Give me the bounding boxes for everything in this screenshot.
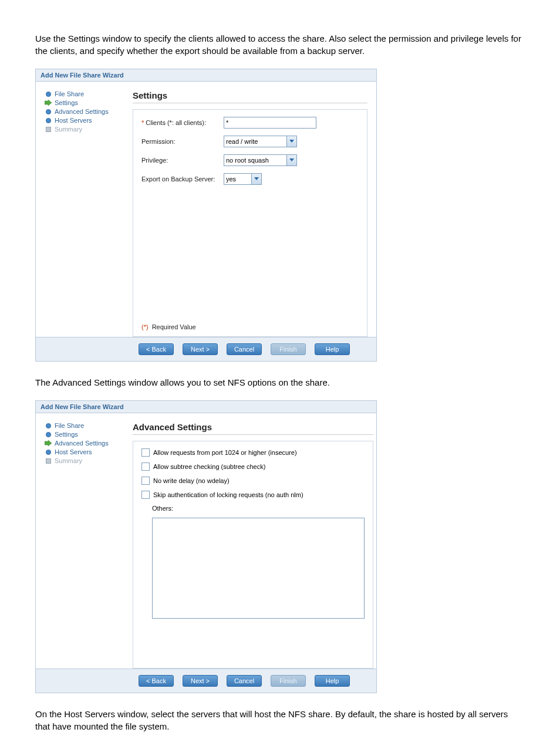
backup-label: Export on Backup Server: [141, 175, 224, 183]
cancel-button[interactable]: Cancel [227, 343, 262, 355]
check-no-auth-nlm[interactable]: Skip authentication of locking requests … [141, 491, 365, 499]
bullet-icon [45, 117, 52, 124]
button-bar: < Back Next > Cancel Finish Help [36, 337, 376, 361]
nav-settings[interactable]: Settings [45, 99, 127, 106]
nav-label: Summary [55, 126, 82, 133]
next-button[interactable]: Next > [183, 675, 218, 687]
chevron-down-icon[interactable] [251, 173, 262, 185]
nav-host-servers[interactable]: Host Servers [45, 117, 127, 124]
nav-label: Host Servers [55, 448, 92, 455]
nav-label: Summary [55, 457, 82, 464]
nav-advanced-settings[interactable]: Advanced Settings [45, 108, 127, 115]
permission-value[interactable] [224, 136, 286, 147]
bullet-icon [45, 431, 52, 438]
panel-content: Allow requests from port 1024 or higher … [133, 441, 373, 669]
check-label: Skip authentication of locking requests … [153, 491, 303, 498]
nav-settings[interactable]: Settings [45, 431, 127, 438]
clients-input[interactable] [224, 117, 316, 129]
wizard-title: Add New File Share Wizard [36, 69, 376, 82]
check-subtree[interactable]: Allow subtree checking (subtree check) [141, 463, 365, 471]
bullet-icon [45, 422, 52, 429]
nav-advanced-settings[interactable]: Advanced Settings [45, 440, 127, 447]
cancel-button[interactable]: Cancel [227, 675, 262, 687]
check-no-wdelay[interactable]: No write delay (no wdelay) [141, 477, 365, 485]
nav-file-share[interactable]: File Share [45, 90, 127, 97]
nav-label: Advanced Settings [55, 440, 109, 447]
bullet-icon [45, 108, 52, 115]
arrow-right-icon [45, 440, 52, 447]
panel-heading: Settings [133, 90, 367, 103]
intro-text-3: On the Host Servers window, select the s… [35, 708, 525, 733]
bullet-icon [45, 457, 52, 464]
nav-label: Settings [55, 431, 78, 438]
svg-marker-4 [45, 440, 52, 446]
chevron-down-icon[interactable] [286, 136, 297, 147]
check-label: Allow requests from port 1024 or higher … [153, 449, 297, 456]
arrow-right-icon [45, 99, 52, 106]
svg-marker-3 [254, 177, 259, 180]
others-textarea[interactable] [152, 518, 365, 619]
bullet-icon [45, 126, 52, 133]
help-button[interactable]: Help [315, 675, 350, 687]
nav-host-servers[interactable]: Host Servers [45, 448, 127, 455]
back-button[interactable]: < Back [139, 675, 174, 687]
panel-heading: Advanced Settings [133, 422, 373, 435]
wizard-title: Add New File Share Wizard [36, 401, 376, 413]
nav-label: Settings [55, 99, 78, 106]
checkbox-icon[interactable] [141, 491, 150, 499]
wizard-advanced-settings: Add New File Share Wizard File Share Set… [35, 400, 377, 693]
checkbox-icon[interactable] [141, 463, 150, 471]
required-star-icon: * [141, 119, 144, 126]
nav-label: File Share [55, 422, 84, 429]
permission-label: Permission: [141, 138, 224, 145]
svg-marker-1 [289, 140, 294, 143]
required-note: (*) (*) Required ValueRequired Value [141, 323, 196, 330]
button-bar: < Back Next > Cancel Finish Help [36, 669, 376, 693]
wizard-nav: File Share Settings Advanced Settings Ho… [45, 90, 133, 337]
bullet-icon [45, 90, 52, 97]
wizard-nav: File Share Settings Advanced Settings Ho… [45, 422, 133, 669]
nav-label: Host Servers [55, 117, 92, 124]
svg-marker-2 [289, 158, 294, 161]
svg-marker-0 [45, 100, 52, 106]
nav-label: Advanced Settings [55, 108, 109, 115]
backup-select[interactable] [224, 173, 262, 185]
privilege-select[interactable] [224, 154, 297, 166]
chevron-down-icon[interactable] [286, 154, 297, 166]
nav-file-share[interactable]: File Share [45, 422, 127, 429]
intro-text-1: Use the Settings window to specify the c… [35, 32, 525, 57]
check-label: Allow subtree checking (subtree check) [153, 463, 265, 470]
help-button[interactable]: Help [315, 343, 350, 355]
bullet-icon [45, 448, 52, 455]
others-label: Others: [152, 505, 173, 512]
finish-button: Finish [271, 343, 306, 355]
nav-summary: Summary [45, 457, 127, 464]
backup-value[interactable] [224, 173, 251, 185]
back-button[interactable]: < Back [139, 343, 174, 355]
nav-summary: Summary [45, 126, 127, 133]
checkbox-icon[interactable] [141, 448, 150, 457]
wizard-settings: Add New File Share Wizard File Share Set… [35, 69, 377, 362]
privilege-label: Privilege: [141, 157, 224, 164]
checkbox-icon[interactable] [141, 477, 150, 485]
permission-select[interactable] [224, 136, 297, 147]
check-insecure[interactable]: Allow requests from port 1024 or higher … [141, 448, 365, 457]
nav-label: File Share [55, 90, 84, 97]
privilege-value[interactable] [224, 154, 286, 166]
finish-button: Finish [271, 675, 306, 687]
check-label: No write delay (no wdelay) [153, 477, 230, 484]
intro-text-2: The Advanced Settings window allows you … [35, 376, 525, 389]
clients-label: *Clients (*: all clients): [141, 119, 224, 126]
panel-content: *Clients (*: all clients): Permission: P… [133, 109, 367, 337]
next-button[interactable]: Next > [183, 343, 218, 355]
